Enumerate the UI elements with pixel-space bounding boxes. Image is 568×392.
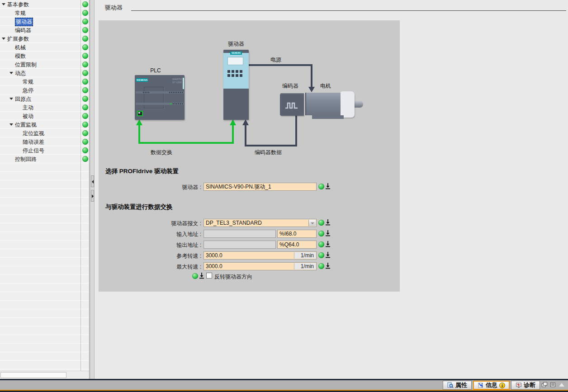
sidebar-item-常规[interactable]: 常规 bbox=[0, 9, 89, 17]
sidebar-item-定位监视[interactable]: 定位监视 bbox=[0, 129, 89, 137]
tree-item-content[interactable]: 驱动器 bbox=[0, 17, 80, 26]
speed-value-field[interactable]: 3000.01/min bbox=[204, 262, 317, 270]
download-link-icon[interactable] bbox=[325, 241, 331, 247]
expand-triangle-icon[interactable] bbox=[9, 98, 13, 100]
download-link-icon[interactable] bbox=[325, 230, 331, 236]
download-link-icon[interactable] bbox=[325, 251, 331, 258]
sidebar-item-主动[interactable]: 主动 bbox=[0, 103, 89, 112]
tree-item-content[interactable]: 急停 bbox=[0, 86, 80, 94]
tree-item-label[interactable]: 基本参数 bbox=[7, 1, 29, 9]
sidebar-item-停止信号[interactable]: 停止信号 bbox=[0, 146, 89, 155]
plc-terminal-row bbox=[136, 91, 184, 94]
sidebar-horizontal-scrollbar[interactable] bbox=[0, 371, 89, 379]
sidebar-item-扩展参数[interactable]: 扩展参数 bbox=[0, 34, 89, 43]
tree-item-content[interactable]: 基本参数 bbox=[0, 0, 80, 9]
tree-item-label[interactable]: 驱动器 bbox=[15, 18, 33, 26]
sidebar-item-位置限制[interactable]: 位置限制 bbox=[0, 60, 89, 69]
tree-empty-cell bbox=[0, 206, 80, 215]
tree-item-content[interactable]: 停止信号 bbox=[0, 146, 80, 155]
tree-item-content[interactable]: 常规 bbox=[0, 77, 80, 86]
status-cell bbox=[80, 129, 89, 137]
sidebar-item-编码器[interactable]: 编码器 bbox=[0, 26, 89, 34]
address-value-field[interactable]: %Q64.0 bbox=[277, 241, 317, 249]
tree-item-label[interactable]: 回原点 bbox=[15, 95, 31, 103]
tab-properties[interactable]: 属性 bbox=[443, 381, 472, 390]
speed-value-field[interactable]: 3000.01/min bbox=[204, 251, 317, 260]
collapse-left-button[interactable] bbox=[91, 175, 94, 187]
tree-item-label[interactable]: 停止信号 bbox=[23, 147, 44, 155]
tree-item-label[interactable]: 模数 bbox=[15, 52, 26, 60]
tree-item-label[interactable]: 被动 bbox=[23, 113, 33, 120]
tree-item-content[interactable]: 常规 bbox=[0, 9, 80, 17]
tree-item-content[interactable]: 主动 bbox=[0, 103, 80, 112]
collapse-panel-icon[interactable] bbox=[559, 383, 564, 387]
tree-item-content[interactable]: 控制回路 bbox=[0, 155, 80, 163]
tree-item-content[interactable]: 模数 bbox=[0, 52, 80, 60]
invert-direction-checkbox[interactable] bbox=[206, 273, 212, 279]
tree-item-label[interactable]: 编码器 bbox=[15, 27, 31, 34]
tree-item-label[interactable]: 常规 bbox=[23, 78, 33, 86]
status-cell bbox=[80, 17, 89, 26]
address-name-field[interactable] bbox=[204, 230, 276, 238]
tree-item-content[interactable]: 位置限制 bbox=[0, 60, 80, 69]
status-cell bbox=[80, 283, 89, 292]
address-name-field[interactable] bbox=[204, 241, 276, 249]
sidebar-item-控制回路[interactable]: 控制回路 bbox=[0, 155, 89, 163]
tree-item-label[interactable]: 动态 bbox=[15, 70, 26, 77]
tree-item-content[interactable]: 定位监视 bbox=[0, 129, 80, 137]
sidebar-item-机械[interactable]: 机械 bbox=[0, 43, 89, 52]
status-ok-icon bbox=[82, 1, 88, 7]
tree-item-content[interactable]: 随动误差 bbox=[0, 137, 80, 146]
tree-item-label[interactable]: 急停 bbox=[23, 87, 33, 94]
dock-panel-icon[interactable] bbox=[550, 382, 556, 387]
expand-right-button[interactable] bbox=[91, 190, 94, 202]
sidebar-item-动态[interactable]: 动态 bbox=[0, 69, 89, 77]
download-link-icon[interactable] bbox=[325, 219, 331, 226]
tree-item-content[interactable]: 位置监视 bbox=[0, 120, 80, 129]
scrollbar-thumb[interactable] bbox=[0, 372, 66, 378]
status-cell bbox=[80, 69, 89, 77]
status-cell bbox=[80, 103, 89, 112]
sidebar-item-被动[interactable]: 被动 bbox=[0, 112, 89, 120]
download-link-icon[interactable] bbox=[199, 272, 204, 279]
pane-splitter[interactable] bbox=[90, 0, 95, 379]
tree-item-label[interactable]: 常规 bbox=[15, 9, 26, 17]
tab-info[interactable]: 信息i bbox=[473, 381, 510, 390]
status-cell bbox=[80, 326, 89, 335]
sidebar-item-基本参数[interactable]: 基本参数 bbox=[0, 0, 89, 9]
tree-item-content[interactable]: 动态 bbox=[0, 69, 80, 77]
tree-item-label[interactable]: 定位监视 bbox=[23, 130, 44, 137]
tab-diagnostics[interactable]: 诊断 bbox=[511, 381, 540, 390]
sidebar-item-急停[interactable]: 急停 bbox=[0, 86, 89, 94]
sidebar-item-回原点[interactable]: 回原点 bbox=[0, 94, 89, 103]
drive-name-field[interactable]: SINAMICS-V90-PN.驱动_1 bbox=[204, 183, 317, 191]
tree-item-content[interactable]: 被动 bbox=[0, 112, 80, 120]
expand-triangle-icon[interactable] bbox=[9, 72, 13, 74]
tree-item-label[interactable]: 位置监视 bbox=[15, 121, 37, 129]
tree-item-label[interactable]: 控制回路 bbox=[15, 156, 37, 163]
sidebar-item-常规[interactable]: 常规 bbox=[0, 77, 89, 86]
tree-item-label[interactable]: 机械 bbox=[15, 44, 26, 52]
tree-item-label[interactable]: 随动误差 bbox=[23, 138, 44, 146]
download-link-icon[interactable] bbox=[325, 183, 331, 189]
tree-item-label[interactable]: 扩展参数 bbox=[7, 35, 29, 43]
tree-item-content[interactable]: 扩展参数 bbox=[0, 34, 80, 43]
expand-triangle-icon[interactable] bbox=[2, 3, 5, 5]
tree-item-content[interactable]: 回原点 bbox=[0, 94, 80, 103]
float-panel-icon[interactable] bbox=[542, 382, 547, 387]
telegram-select-field[interactable]: DP_TEL3_STANDARD bbox=[204, 219, 317, 227]
dropdown-button[interactable] bbox=[308, 220, 316, 226]
download-link-icon[interactable] bbox=[325, 262, 331, 269]
expand-triangle-icon[interactable] bbox=[9, 123, 13, 126]
tree-item-label[interactable]: 位置限制 bbox=[15, 61, 37, 69]
tree-item-label[interactable]: 主动 bbox=[23, 104, 33, 112]
tree-item-content[interactable]: 编码器 bbox=[0, 26, 80, 34]
sidebar-item-位置监视[interactable]: 位置监视 bbox=[0, 120, 89, 129]
sidebar-item-随动误差[interactable]: 随动误差 bbox=[0, 137, 89, 146]
sidebar-item-驱动器[interactable]: 驱动器 bbox=[0, 17, 89, 26]
tree-item-content[interactable]: 机械 bbox=[0, 43, 80, 52]
drive-keypad-button bbox=[232, 74, 234, 77]
expand-triangle-icon[interactable] bbox=[2, 38, 5, 40]
address-value-field[interactable]: %I68.0 bbox=[277, 230, 317, 238]
sidebar-item-模数[interactable]: 模数 bbox=[0, 52, 89, 60]
